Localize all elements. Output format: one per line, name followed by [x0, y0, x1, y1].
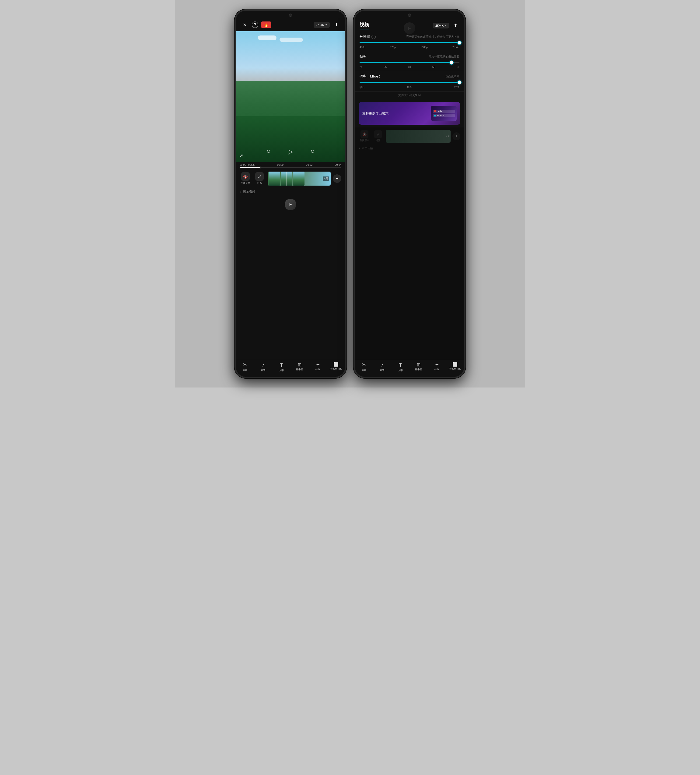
bitrate-low: 较低 — [360, 85, 365, 89]
close-button[interactable]: ✕ — [241, 20, 249, 29]
upload-button-right[interactable]: ⬆ — [451, 22, 459, 30]
tool-aspect-ratio-label: Aspect ratio — [330, 368, 342, 370]
front-camera-left — [289, 13, 292, 17]
brand-logo-area-left: F — [236, 196, 345, 213]
codec-badge: Codec — [433, 110, 455, 113]
power-button-right[interactable] — [464, 157, 466, 171]
formats-banner[interactable]: 支持更多导出格式 Codec Bit Rate — [358, 102, 460, 125]
track-thumb-3 — [293, 171, 305, 186]
fps-24: 24 — [360, 66, 362, 68]
fps-30: 30 — [408, 66, 411, 68]
time-mark1: 00:00 — [277, 163, 284, 166]
tool-pip-label: 画中画 — [296, 368, 303, 371]
left-phone-inner: ✕ ? 🔥 2K/4K ▼ ⬆ — [236, 11, 345, 377]
cloud1 — [258, 35, 277, 40]
flame-button[interactable]: 🔥 — [261, 22, 271, 28]
pip-icon-right: ⊞ — [417, 362, 421, 367]
tool-scissors-right[interactable]: ✂ 剪辑 — [358, 362, 370, 372]
framerate-slider-labels: 24 25 30 50 60 — [360, 66, 459, 68]
right-track-cursor — [404, 130, 405, 143]
formats-banner-text: 支持更多导出格式 — [362, 111, 429, 116]
rotate-right-button[interactable]: ↻ — [310, 148, 315, 155]
resolution-help-icon[interactable]: ? — [372, 35, 376, 39]
video-preview-left: ⤢ ↺ ▷ ↻ — [236, 31, 345, 162]
tool-text-label-right: 文字 — [398, 369, 403, 372]
quality-selector-left[interactable]: 2K/4K ▼ — [314, 22, 330, 28]
phone-notch-right — [355, 11, 464, 18]
right-cover-btn: 🖊 封面 — [372, 130, 384, 142]
resolution-slider-thumb[interactable] — [457, 41, 461, 45]
phone-notch-left — [236, 11, 345, 18]
bitrate-section: 码率（Mbps） 画面更清晰 较低 推荐 — [355, 71, 464, 91]
bitrate-slider-labels: 较低 推荐 较高 — [360, 85, 459, 89]
tool-effects-label-right: 特效 — [435, 368, 439, 371]
right-phone-content: F 视频 2K/4K ▲ ⬆ 分辨率 — [355, 18, 464, 377]
timeline-track-left[interactable] — [240, 167, 342, 168]
tool-pip[interactable]: ⊞ 画中画 — [293, 362, 306, 371]
right-timeline-header: 🔇 关闭原声 🖊 封面 片尾 + — [355, 128, 464, 145]
tool-effects[interactable]: ✦ 特效 — [312, 362, 324, 371]
tool-aspect-ratio-label-right: Aspect ratio — [449, 368, 461, 370]
bitrate-badge: Bit Rate — [433, 114, 455, 117]
framerate-slider-thumb[interactable] — [450, 60, 454, 65]
right-cover-label: 封面 — [376, 139, 380, 142]
right-cover-icon: 🖊 — [374, 130, 382, 138]
video-track[interactable]: 片尾 — [268, 171, 331, 186]
framerate-label: 帧率 — [360, 54, 367, 59]
bitrate-slider-track[interactable] — [360, 82, 459, 83]
tool-audio[interactable]: ♪ 音频 — [257, 362, 270, 372]
tool-effects-label: 特效 — [315, 368, 320, 371]
mute-button[interactable]: 🔇 关闭原声 — [240, 172, 251, 185]
resolution-label: 分辨率 ? — [360, 35, 376, 39]
right-track-end: 片尾 — [445, 135, 450, 138]
bitrate-slider-container — [360, 80, 459, 83]
quality-selector-right[interactable]: 2K/4K ▲ — [433, 23, 449, 28]
tool-aspect-ratio[interactable]: ⬜ Aspect ratio — [330, 362, 343, 370]
audio-icon-right: ♪ — [381, 362, 383, 368]
resolution-hint: 完美还原你的超清视频，但会占用更大内存 — [406, 35, 459, 39]
right-phone-inner: F 视频 2K/4K ▲ ⬆ 分辨率 — [355, 11, 464, 377]
tool-scissors-label-right: 剪辑 — [362, 368, 367, 372]
res-label-1080p: 1080p — [420, 46, 428, 48]
codec-badge-icon — [434, 110, 436, 112]
video-track-inner — [268, 171, 331, 186]
upload-button-left[interactable]: ⬆ — [332, 21, 340, 29]
scissors-icon-right: ✂ — [362, 362, 366, 368]
res-label-2k4k: 2K/4K — [453, 46, 459, 48]
cover-button[interactable]: 🖊 封面 — [254, 172, 265, 185]
resolution-section: 分辨率 ? 完美还原你的超清视频，但会占用更大内存 — [355, 31, 464, 51]
framerate-label-row: 帧率 带给你更流畅的播放体验 — [360, 54, 459, 59]
add-track-button[interactable]: + — [333, 175, 342, 183]
timeline-bar-left: 00:00 / 00:05 00:00 00:02 00:04 — [236, 162, 345, 169]
fps-60: 60 — [457, 66, 459, 68]
track-cursor-line — [287, 171, 287, 186]
bottom-toolbar-left: ✂ 剪辑 ♪ 音频 T 文字 ⊞ 画中画 — [236, 360, 345, 377]
audio-add-row[interactable]: + 添加音频 — [236, 188, 345, 196]
bitrate-label-row: 码率（Mbps） 画面更清晰 — [360, 74, 459, 79]
tool-audio-label: 音频 — [261, 368, 265, 372]
bitrate-slider-thumb[interactable] — [457, 80, 461, 85]
help-button[interactable]: ? — [252, 22, 258, 28]
formats-preview-inner: Codec Bit Rate — [431, 106, 457, 121]
rotate-left-button[interactable]: ↺ — [267, 148, 271, 155]
tool-text[interactable]: T 文字 — [275, 362, 288, 372]
aspect-ratio-icon: ⬜ — [333, 362, 338, 366]
export-panel: F 视频 2K/4K ▲ ⬆ 分辨率 — [355, 18, 464, 360]
cover-label: 封面 — [257, 181, 262, 185]
framerate-slider-track[interactable] — [360, 62, 459, 63]
power-button[interactable] — [345, 157, 347, 171]
front-camera-right — [408, 13, 411, 17]
tool-pip-right[interactable]: ⊞ 画中画 — [412, 362, 425, 372]
play-button[interactable]: ▷ — [285, 146, 296, 157]
resolution-slider-track[interactable] — [360, 42, 459, 43]
aspect-ratio-icon-right: ⬜ — [453, 362, 458, 366]
right-phone: F 视频 2K/4K ▲ ⬆ 分辨率 — [353, 9, 466, 378]
tool-aspect-ratio-right[interactable]: ⬜ Aspect ratio — [449, 362, 461, 372]
bitrate-high: 较高 — [454, 85, 459, 89]
text-icon: T — [280, 362, 283, 368]
tool-scissors[interactable]: ✂ 剪辑 — [239, 362, 252, 372]
tool-audio-right[interactable]: ♪ 音频 — [376, 362, 389, 372]
tool-effects-right[interactable]: ✦ 特效 — [431, 362, 443, 372]
resolution-slider-fill — [360, 42, 459, 43]
tool-text-right[interactable]: T 文字 — [394, 362, 407, 372]
